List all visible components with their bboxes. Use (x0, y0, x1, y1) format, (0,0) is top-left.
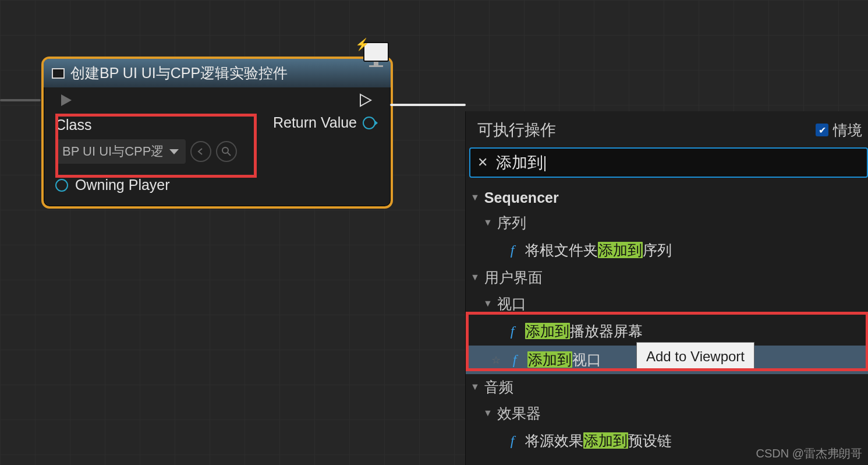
tooltip: Add to Viewport (636, 342, 754, 371)
action-search-input[interactable]: ✕ 添加到 (469, 147, 868, 178)
action-add-root-folder-to-sequence[interactable]: f 将根文件夹添加到序列 (466, 236, 868, 265)
return-value-label: Return Value (273, 114, 357, 131)
check-icon: ✔ (816, 124, 828, 136)
action-tree: ▼Sequencer ▼序列 f 将根文件夹添加到序列 ▼用户界面 ▼视口 f … (466, 182, 868, 455)
text-caret (544, 156, 545, 171)
class-dropdown[interactable]: BP UI UI与CPP逻 (55, 139, 186, 164)
clear-search-icon[interactable]: ✕ (477, 155, 488, 170)
class-label: Class (55, 117, 237, 133)
search-icon (221, 146, 232, 157)
node-header[interactable]: 创建BP UI UI与CPP逻辑实验控件 (44, 59, 391, 87)
function-icon: f (506, 242, 518, 258)
incoming-wire (0, 99, 41, 101)
category-viewport[interactable]: ▼视口 (466, 291, 868, 317)
category-user-interface[interactable]: ▼用户界面 (466, 265, 868, 291)
watermark: CSDN @雷杰弗朗哥 (756, 446, 862, 462)
arrow-left-icon (196, 147, 206, 156)
svg-line-4 (228, 153, 231, 156)
svg-marker-2 (169, 149, 179, 154)
function-icon: f (506, 433, 518, 449)
category-audio[interactable]: ▼音频 (466, 374, 868, 400)
node-title: 创建BP UI UI与CPP逻辑实验控件 (70, 64, 288, 83)
panel-title: 可执行操作 (477, 119, 556, 140)
exec-wire (390, 104, 466, 106)
action-add-to-player-screen[interactable]: f 添加到播放器屏幕 (466, 317, 868, 346)
browse-search-button[interactable] (216, 141, 237, 162)
monitor-icon: ⚡ (363, 42, 389, 67)
return-value-pin[interactable] (363, 117, 375, 129)
category-sequencer[interactable]: ▼Sequencer (466, 186, 868, 210)
svg-marker-1 (360, 94, 371, 106)
svg-marker-0 (61, 94, 72, 106)
exec-in-pin[interactable] (60, 93, 75, 107)
create-widget-node[interactable]: 创建BP UI UI与CPP逻辑实验控件 Class BP UI UI与CPP逻 (41, 57, 393, 209)
context-sensitive-toggle[interactable]: ✔ 情境 (816, 121, 862, 140)
browse-back-button[interactable] (190, 141, 211, 162)
category-effects[interactable]: ▼效果器 (466, 400, 868, 427)
class-input-group: Class BP UI UI与CPP逻 (55, 117, 237, 164)
exec-out-pin[interactable] (359, 93, 374, 107)
svg-point-3 (222, 147, 228, 153)
owning-player-label: Owning Player (75, 177, 170, 193)
node-body: Class BP UI UI与CPP逻 Return Valu (44, 87, 391, 206)
category-sequence[interactable]: ▼序列 (466, 210, 868, 236)
context-sensitive-label: 情境 (833, 121, 862, 140)
action-context-menu: 可执行操作 ✔ 情境 ✕ 添加到 ▼Sequencer ▼序列 f 将根文件夹添… (465, 111, 868, 465)
owning-player-pin[interactable] (55, 179, 68, 192)
chevron-down-icon (169, 148, 179, 155)
widget-icon (52, 68, 65, 79)
favorite-star-icon[interactable]: ☆ (490, 354, 502, 367)
function-icon: f (506, 323, 518, 339)
class-dropdown-value: BP UI UI与CPP逻 (62, 143, 164, 160)
function-icon: f (509, 352, 520, 368)
search-value: 添加到 (496, 154, 543, 171)
